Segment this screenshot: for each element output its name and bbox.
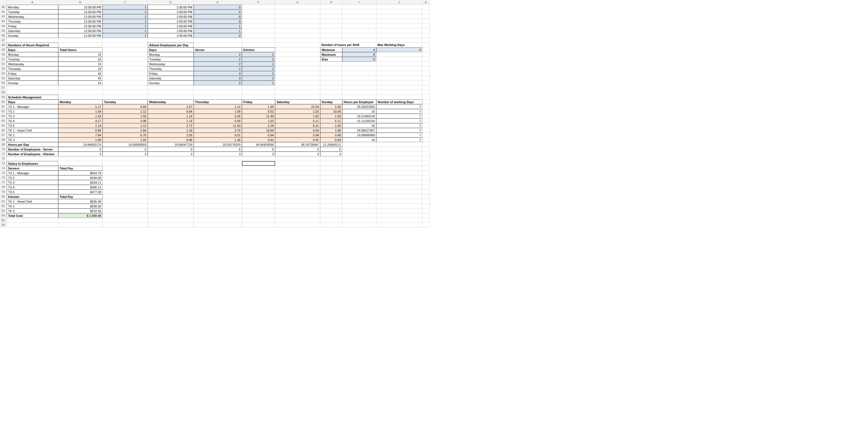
cell-K59[interactable] xyxy=(422,95,430,99)
cell-H82[interactable] xyxy=(320,204,342,209)
row-header-61[interactable]: 61 xyxy=(0,104,7,109)
cell-K81[interactable] xyxy=(422,199,430,204)
row-header-80[interactable]: 80 xyxy=(0,194,7,199)
cell-G74[interactable] xyxy=(275,166,320,171)
cell-E73[interactable] xyxy=(194,161,242,166)
cell-F45[interactable] xyxy=(242,28,275,33)
cell-K84[interactable] xyxy=(422,213,430,218)
cell-E61[interactable]: 1.12 xyxy=(194,104,242,109)
cell-G76[interactable] xyxy=(275,175,320,180)
cell-K66[interactable] xyxy=(422,128,430,133)
cell-F61[interactable]: 1.05 xyxy=(242,104,275,109)
cell-G58[interactable] xyxy=(275,90,320,95)
cell-J42[interactable] xyxy=(376,14,422,19)
cell-C85[interactable] xyxy=(102,218,148,223)
cell-B56[interactable]: 19 xyxy=(58,81,102,85)
cell-I73[interactable] xyxy=(342,161,376,166)
cell-F79[interactable] xyxy=(242,189,275,194)
cell-E69[interactable]: 20.53176329 xyxy=(194,142,242,147)
cell-G56[interactable] xyxy=(275,81,320,85)
cell-I51[interactable]: 0 xyxy=(342,57,376,62)
cell-A61[interactable]: TS 1 - Manager xyxy=(7,104,58,109)
cell-I80[interactable] xyxy=(342,194,376,199)
cell-D63[interactable]: 1.14 xyxy=(148,114,194,118)
cell-K68[interactable] xyxy=(422,138,430,142)
cell-D49[interactable]: Days xyxy=(148,48,194,52)
cell-J77[interactable] xyxy=(376,180,422,185)
cell-J43[interactable] xyxy=(376,19,422,24)
cell-E46[interactable]: 0 xyxy=(194,33,242,38)
cell-F73[interactable] xyxy=(242,161,275,166)
row-header-59[interactable]: 59 xyxy=(0,95,7,99)
cell-D67[interactable]: 2.05 xyxy=(148,133,194,138)
col-header-F[interactable]: F xyxy=(242,0,275,5)
cell-I42[interactable] xyxy=(342,14,376,19)
cell-K53[interactable] xyxy=(422,66,430,71)
cell-C44[interactable]: 1 xyxy=(102,24,148,28)
cell-C50[interactable] xyxy=(102,52,148,57)
cell-A80[interactable]: Kitchen xyxy=(7,194,58,199)
cell-C83[interactable] xyxy=(102,209,148,213)
cell-I83[interactable] xyxy=(342,209,376,213)
cell-J61[interactable]: 7 xyxy=(376,104,422,109)
cell-G44[interactable] xyxy=(275,24,320,28)
row-header-42[interactable]: 42 xyxy=(0,14,7,19)
cell-J65[interactable]: 7 xyxy=(376,123,422,128)
cell-H62[interactable]: 10.08 xyxy=(320,109,342,114)
col-header-H[interactable]: H xyxy=(320,0,342,5)
cell-K41[interactable] xyxy=(422,9,430,14)
cell-B58[interactable] xyxy=(58,90,102,95)
cell-K70[interactable] xyxy=(422,147,430,152)
row-header-43[interactable]: 43 xyxy=(0,19,7,24)
col-header-B[interactable]: B xyxy=(58,0,102,5)
row-header-50[interactable]: 50 xyxy=(0,52,7,57)
cell-A40[interactable]: Monday xyxy=(7,5,58,9)
cell-K73[interactable] xyxy=(422,161,430,166)
cell-J49[interactable]: 5 xyxy=(376,48,422,52)
cell-B68[interactable]: 1.80 xyxy=(58,138,102,142)
cell-E51[interactable]: 2 xyxy=(194,57,242,62)
cell-F41[interactable] xyxy=(242,9,275,14)
cell-E55[interactable]: 3 xyxy=(194,76,242,81)
cell-G52[interactable] xyxy=(275,62,320,66)
cell-F78[interactable] xyxy=(242,185,275,189)
cell-K78[interactable] xyxy=(422,185,430,189)
cell-B71[interactable]: 3 xyxy=(58,152,102,156)
cell-A75[interactable]: TS 1 - Manager xyxy=(7,171,58,175)
cell-H85[interactable] xyxy=(320,218,342,223)
cell-J78[interactable] xyxy=(376,185,422,189)
cell-A45[interactable]: Saturday xyxy=(7,28,58,33)
cell-D55[interactable]: Saturday xyxy=(148,76,194,81)
cell-G49[interactable] xyxy=(275,48,320,52)
cell-D73[interactable] xyxy=(148,161,194,166)
cell-J44[interactable] xyxy=(376,24,422,28)
cell-F81[interactable] xyxy=(242,199,275,204)
cell-K49[interactable] xyxy=(422,48,430,52)
cell-J81[interactable] xyxy=(376,199,422,204)
cell-K54[interactable] xyxy=(422,71,430,76)
cell-E71[interactable]: 3 xyxy=(194,152,242,156)
cell-I69[interactable] xyxy=(342,142,376,147)
cell-G59[interactable] xyxy=(275,95,320,99)
cell-A77[interactable]: TS 3 xyxy=(7,180,58,185)
cell-C54[interactable] xyxy=(102,71,148,76)
cell-G83[interactable] xyxy=(275,209,320,213)
cell-A62[interactable]: TS 2 xyxy=(7,109,58,114)
cell-D46[interactable]: 2:00:00 PM xyxy=(148,33,194,38)
cell-I41[interactable] xyxy=(342,9,376,14)
cell-I46[interactable] xyxy=(342,33,376,38)
cell-C42[interactable]: 1 xyxy=(102,14,148,19)
cell-B66[interactable]: 0.66 xyxy=(58,128,102,133)
cell-C78[interactable] xyxy=(102,185,148,189)
cell-D45[interactable]: 2:00:00 PM xyxy=(148,28,194,33)
cell-G79[interactable] xyxy=(275,189,320,194)
cell-I64[interactable]: 21.11155155 xyxy=(342,118,376,123)
row-header-86[interactable]: 86 xyxy=(0,223,7,227)
cell-K77[interactable] xyxy=(422,180,430,185)
cell-H49[interactable]: Minimum xyxy=(320,48,342,52)
cell-I62[interactable]: 16 xyxy=(342,109,376,114)
cell-K67[interactable] xyxy=(422,133,430,138)
row-header-82[interactable]: 82 xyxy=(0,204,7,209)
cell-E81[interactable] xyxy=(194,199,242,204)
cell-A59[interactable]: Schedule Management xyxy=(7,95,58,99)
